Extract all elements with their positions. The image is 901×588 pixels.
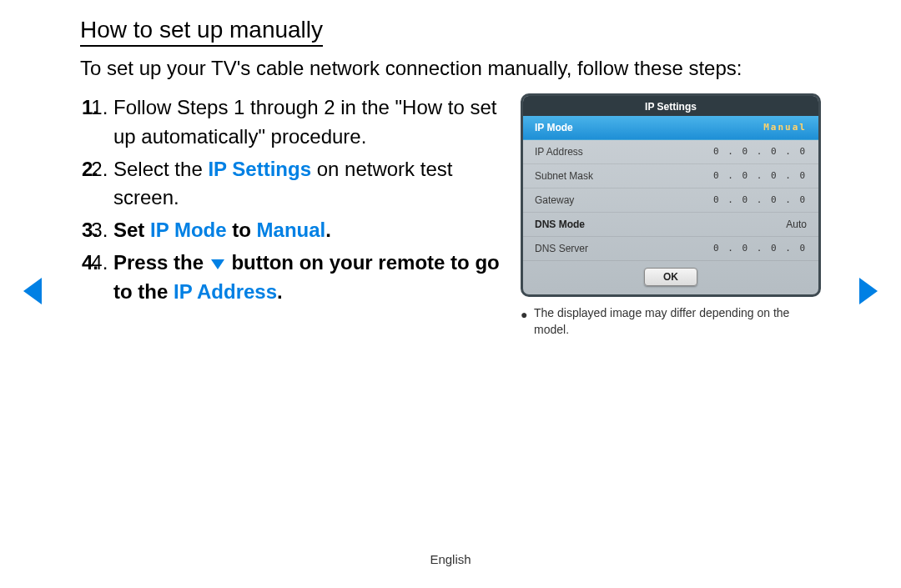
step-item: 1.Follow Steps 1 through 2 in the "How t… bbox=[113, 93, 501, 152]
ip-mode-value: Manual bbox=[763, 122, 807, 133]
step-text: . bbox=[277, 280, 283, 303]
down-arrow-icon bbox=[211, 259, 224, 269]
intro-text: To set up your TV's cable network connec… bbox=[80, 57, 821, 80]
dns-mode-row[interactable]: DNS Mode Auto bbox=[523, 213, 818, 237]
next-page-icon[interactable] bbox=[859, 278, 878, 304]
step-text: Manual bbox=[257, 219, 326, 241]
step-number: 3. bbox=[82, 216, 98, 245]
panel-row: Gateway0 . 0 . 0 . 0 bbox=[523, 188, 818, 213]
dns-mode-value: Auto bbox=[786, 219, 807, 230]
ip-mode-row[interactable]: IP Mode Manual bbox=[523, 116, 818, 140]
dns-server-row: DNS Server 0 . 0 . 0 . 0 bbox=[523, 237, 818, 261]
prev-page-icon[interactable] bbox=[23, 278, 42, 304]
dns-server-label: DNS Server bbox=[535, 243, 588, 254]
step-number: 2. bbox=[82, 155, 98, 184]
step-text: IP Mode bbox=[150, 219, 227, 241]
step-text: IP Settings bbox=[208, 158, 311, 180]
note-text: ● The displayed image may differ dependi… bbox=[521, 305, 821, 338]
ip-settings-panel: IP Settings IP Mode Manual IP Address0 .… bbox=[521, 93, 821, 297]
panel-title: IP Settings bbox=[523, 96, 818, 116]
step-text: Set bbox=[113, 219, 150, 241]
steps-list: 1.Follow Steps 1 through 2 in the "How t… bbox=[80, 93, 501, 338]
step-text: Press the bbox=[113, 251, 209, 274]
step-text: Select the bbox=[113, 158, 208, 180]
note-content: The displayed image may differ depending… bbox=[534, 306, 789, 336]
step-number: 1. bbox=[82, 93, 98, 123]
panel-row: Subnet Mask0 . 0 . 0 . 0 bbox=[523, 164, 818, 188]
step-item: 4.Press the button on your remote to go … bbox=[113, 249, 501, 307]
ip-mode-label: IP Mode bbox=[535, 122, 573, 133]
step-text: to bbox=[227, 219, 257, 241]
ok-button[interactable]: OK bbox=[644, 268, 697, 286]
bullet-icon: ● bbox=[521, 307, 527, 324]
panel-row-value: 0 . 0 . 0 . 0 bbox=[713, 146, 807, 158]
step-item: 2.Select the IP Settings on network test… bbox=[113, 155, 501, 214]
step-text: Follow Steps 1 through 2 in the "How to … bbox=[113, 96, 496, 148]
page-title: How to set up manually bbox=[80, 17, 323, 47]
footer-language: English bbox=[0, 552, 901, 566]
panel-row-label: Subnet Mask bbox=[535, 170, 593, 182]
dns-server-value: 0 . 0 . 0 . 0 bbox=[713, 243, 807, 254]
step-text: IP Address bbox=[174, 280, 277, 303]
step-text: . bbox=[325, 219, 331, 241]
step-number: 4. bbox=[82, 249, 98, 278]
panel-row-value: 0 . 0 . 0 . 0 bbox=[713, 170, 807, 182]
panel-row: IP Address0 . 0 . 0 . 0 bbox=[523, 140, 818, 164]
panel-row-value: 0 . 0 . 0 . 0 bbox=[713, 194, 807, 206]
dns-mode-label: DNS Mode bbox=[535, 219, 585, 230]
step-item: 3.Set IP Mode to Manual. bbox=[113, 216, 501, 245]
panel-row-label: Gateway bbox=[535, 194, 574, 206]
panel-row-label: IP Address bbox=[535, 146, 583, 158]
